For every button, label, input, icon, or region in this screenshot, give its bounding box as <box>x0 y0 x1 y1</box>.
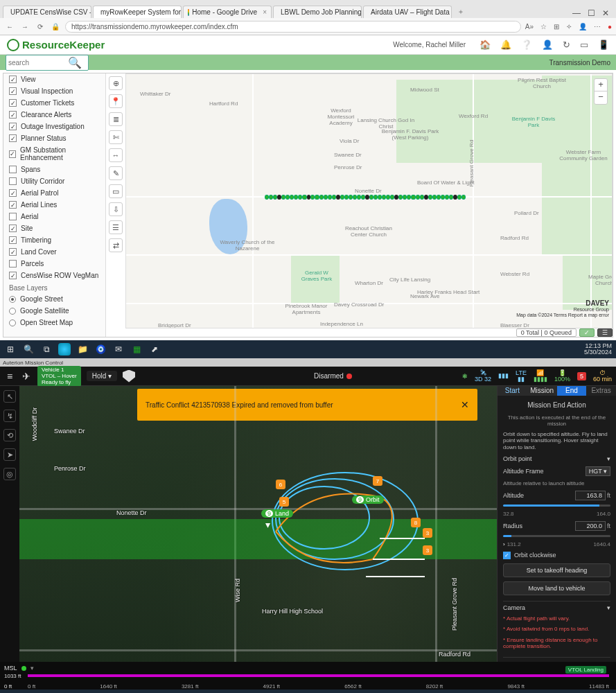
camera-row[interactable]: Camera▾ <box>503 601 610 611</box>
hold-button[interactable]: Hold ▾ <box>87 371 117 381</box>
checkbox[interactable] <box>9 236 17 244</box>
draw-icon[interactable]: ✎ <box>109 166 123 180</box>
footer-menu-icon[interactable]: ☰ <box>597 328 613 337</box>
shield-icon[interactable] <box>123 370 135 383</box>
back-button[interactable]: ← <box>4 23 15 30</box>
tab-2[interactable]: Home - Google Drive× <box>183 6 272 18</box>
checkbox[interactable] <box>9 111 17 119</box>
search-box[interactable]: 🔍 <box>6 55 89 71</box>
waypoint-8[interactable]: 8 <box>411 518 421 527</box>
lte-status[interactable]: LTE▮▮ <box>516 370 527 383</box>
ruler-icon[interactable]: ↔ <box>109 148 123 162</box>
altitude-input[interactable] <box>575 491 606 500</box>
loop-icon[interactable]: ⟲ <box>3 429 16 441</box>
layer-item[interactable]: CensWise ROW VegMan <box>3 270 105 281</box>
layer-item[interactable]: Aerial Patrol <box>3 187 105 199</box>
home-icon[interactable]: 🏠 <box>479 40 491 50</box>
excel-icon[interactable]: ▦ <box>130 343 143 356</box>
warn-badge[interactable]: 5 <box>577 372 586 380</box>
base-layer-item[interactable]: Google Street <box>3 293 105 305</box>
base-layer-item[interactable]: Google Satellite <box>3 305 105 317</box>
checkbox[interactable] <box>9 260 17 267</box>
store-icon[interactable]: 🧿 <box>94 343 107 356</box>
clockwise-check[interactable]: ✓Orbit clockwise <box>503 552 610 559</box>
layer-item[interactable]: Aerial Lines <box>3 199 105 211</box>
tab-3[interactable]: LBWL Demo Job Planning and B…× <box>273 6 362 18</box>
waypoint-5[interactable]: 5 <box>279 497 289 507</box>
vehicle-chip[interactable]: Vehicle 1 VTOL – Hover Ready to fly <box>37 366 81 387</box>
tab-1[interactable]: myRowKeeper System for Trans…× <box>93 6 182 18</box>
mc-timeline[interactable]: MSL▾ 1033 ft VTOL Landing 0 ft1640 ft328… <box>0 662 616 690</box>
layer-item[interactable]: Parcels <box>3 258 105 270</box>
map-canvas[interactable]: Midwood St Pilgrim Rest Baptist Church W… <box>125 73 613 328</box>
altitude-slider[interactable] <box>503 505 610 507</box>
user-icon[interactable]: 👤 <box>542 40 553 50</box>
map-app-icon[interactable]: ⬈ <box>148 343 161 356</box>
layer-item[interactable]: Customer Tickets <box>3 97 105 109</box>
orbit-point-row[interactable]: Orbit point▾ <box>503 455 610 462</box>
checkbox[interactable] <box>9 76 17 83</box>
cursor-icon[interactable]: ↖ <box>3 390 16 403</box>
radio[interactable] <box>9 319 16 326</box>
tab-mission[interactable]: Mission <box>527 386 557 396</box>
layer-item[interactable]: View <box>3 73 105 85</box>
mobile-icon[interactable]: 📱 <box>598 40 609 50</box>
favorite-icon[interactable]: ☆ <box>540 23 547 30</box>
radius-slider[interactable] <box>503 535 610 537</box>
tablet-icon[interactable]: ▭ <box>580 40 588 50</box>
timeline-track[interactable] <box>28 674 609 677</box>
explorer-icon[interactable]: 📁 <box>76 343 89 356</box>
route-icon[interactable]: ↯ <box>3 410 16 422</box>
checkbox[interactable] <box>9 123 17 130</box>
orbit-label[interactable]: 9Orbit <box>352 495 384 504</box>
layer-item[interactable]: Utility Corridor <box>3 175 105 187</box>
battery-status[interactable]: 🔋100% <box>554 370 570 383</box>
move-land-button[interactable]: Move land to vehicle <box>503 581 610 595</box>
collections-icon[interactable]: ⊞ <box>554 23 559 30</box>
arm-state[interactable]: Disarmed <box>314 372 352 380</box>
layer-item[interactable]: Planner Status <box>3 132 105 144</box>
leaf-icon[interactable]: ❃ <box>462 373 468 380</box>
checkbox[interactable] <box>9 87 17 95</box>
radius-input[interactable] <box>575 521 606 531</box>
layer-item[interactable]: Aerial <box>3 211 105 222</box>
checkbox[interactable] <box>9 248 17 256</box>
chevron-icon[interactable]: ▾ <box>30 665 34 672</box>
checkbox[interactable] <box>9 272 17 279</box>
pin-icon[interactable]: 📍 <box>109 94 123 108</box>
layer-item[interactable]: Visual Inspection <box>3 85 105 97</box>
signal-status[interactable]: ▮▮▮ <box>498 373 509 379</box>
checkbox[interactable] <box>9 134 17 142</box>
chevron-right-icon[interactable]: › <box>503 541 505 547</box>
layer-item[interactable]: Outage Investigation <box>3 121 105 132</box>
edge-icon[interactable] <box>58 343 71 356</box>
refresh-button[interactable]: ⟳ <box>35 23 46 30</box>
tab-extras[interactable]: Extras <box>586 386 616 396</box>
mail-icon[interactable]: ✉ <box>112 343 125 356</box>
gps-status[interactable]: 🛰3D 32 <box>475 370 491 383</box>
land-label[interactable]: 9Land <box>261 509 293 518</box>
footer-check-icon[interactable]: ✓ <box>579 328 595 337</box>
mc-map[interactable]: Traffic Conflict 4213570938 Expired and … <box>19 386 497 662</box>
layer-item[interactable]: Clearance Alerts <box>3 109 105 121</box>
waypoint-3a[interactable]: 3 <box>423 528 432 538</box>
checkbox[interactable] <box>9 177 17 185</box>
radio[interactable] <box>9 308 16 315</box>
search-input[interactable] <box>8 59 64 67</box>
minimize-button[interactable]: — <box>572 8 581 18</box>
download-icon[interactable]: ⇩ <box>109 202 123 216</box>
search-icon[interactable]: 🔍 <box>64 56 86 69</box>
maximize-button[interactable]: ☐ <box>588 8 595 18</box>
layer-item[interactable]: Site <box>3 222 105 234</box>
flight-time[interactable]: ⏱60 min <box>593 370 612 383</box>
vtol-landing-badge[interactable]: VTOL Landing <box>565 666 606 674</box>
close-icon[interactable]: ✕ <box>461 399 469 410</box>
start-button[interactable]: ⊞ <box>4 343 17 356</box>
search-icon[interactable]: 🔍 <box>22 343 35 356</box>
menu-icon[interactable]: ≡ <box>4 371 15 382</box>
alt-frame-select[interactable]: HGT ▾ <box>586 466 610 476</box>
waypoint-6[interactable]: 6 <box>276 480 285 489</box>
layer-item[interactable]: Spans <box>3 164 105 175</box>
tab-4[interactable]: Airdata UAV – Flight Data Analys…× <box>363 6 452 18</box>
target-icon[interactable]: ⊕ <box>109 76 123 90</box>
